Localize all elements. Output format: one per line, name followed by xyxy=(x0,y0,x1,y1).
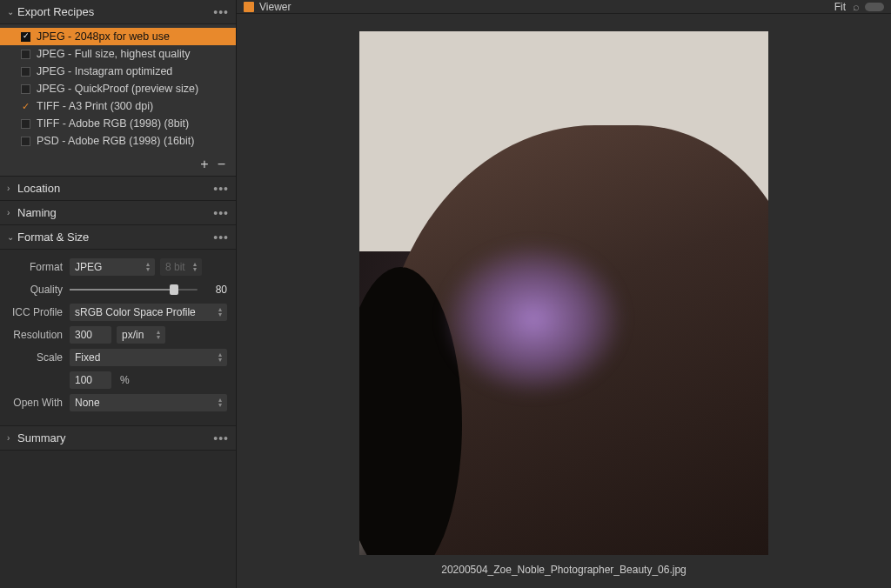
zoom-slider[interactable] xyxy=(865,3,884,11)
format-label: Format xyxy=(9,261,70,273)
loupe-icon[interactable]: ⌕ xyxy=(853,0,860,13)
checkbox-icon[interactable] xyxy=(21,84,30,94)
recipe-item[interactable]: PSD - Adobe RGB (1998) (16bit) xyxy=(0,132,236,150)
recipes-list: ✓ JPEG - 2048px for web use JPEG - Full … xyxy=(0,24,236,153)
sidebar: ⌄ Export Recipes ••• ✓ JPEG - 2048px for… xyxy=(0,0,237,588)
checkbox-icon[interactable] xyxy=(21,137,30,146)
pct-unit: % xyxy=(120,374,130,386)
quality-slider[interactable] xyxy=(70,289,198,291)
resolution-unit-select[interactable]: px/in ▴▾ xyxy=(117,326,165,344)
updown-icon: ▴▾ xyxy=(218,352,222,363)
image-filename: 20200504_Zoe_Noble_Photographer_Beauty_0… xyxy=(441,564,687,576)
chevron-down-icon: ⌄ xyxy=(7,232,17,242)
viewer-area: Viewer Fit ⌕ 20200504_Zoe_Noble_Photogra… xyxy=(237,0,891,588)
chevron-right-icon: › xyxy=(7,433,17,443)
panel-title: Naming xyxy=(17,206,213,219)
recipe-label: JPEG - QuickProof (preview size) xyxy=(37,83,198,95)
more-icon[interactable]: ••• xyxy=(213,5,229,19)
updown-icon: ▴▾ xyxy=(218,307,222,317)
viewer-icon xyxy=(244,2,254,12)
format-select[interactable]: JPEG ▴▾ xyxy=(70,258,155,276)
recipes-footer: + − xyxy=(0,153,236,177)
chevron-right-icon: › xyxy=(7,184,17,193)
recipe-label: JPEG - Full size, highest quality xyxy=(37,48,190,60)
recipe-label: PSD - Adobe RGB (1998) (16bit) xyxy=(37,135,194,147)
recipe-item[interactable]: JPEG - Full size, highest quality xyxy=(0,45,236,63)
updown-icon: ▴▾ xyxy=(157,330,160,340)
updown-icon: ▴▾ xyxy=(193,262,197,272)
viewer-header: Viewer Fit ⌕ xyxy=(237,0,891,14)
fit-button[interactable]: Fit xyxy=(834,1,846,13)
updown-icon: ▴▾ xyxy=(146,262,150,272)
checkbox-icon[interactable] xyxy=(21,50,30,59)
chevron-down-icon: ⌄ xyxy=(7,7,17,17)
viewer-title: Viewer xyxy=(259,1,834,13)
quality-label: Quality xyxy=(9,284,70,296)
checkbox-icon[interactable] xyxy=(21,67,30,77)
recipe-item[interactable]: ✓ TIFF - A3 Print (300 dpi) xyxy=(0,97,236,115)
panel-header-export-recipes[interactable]: ⌄ Export Recipes ••• xyxy=(0,0,236,24)
panel-header-format-size[interactable]: ⌄ Format & Size ••• xyxy=(0,225,236,250)
quality-value[interactable]: 80 xyxy=(203,284,227,296)
openwith-select[interactable]: None ▴▾ xyxy=(70,394,227,411)
recipe-label: TIFF - A3 Print (300 dpi) xyxy=(37,100,153,112)
recipe-label: TIFF - Adobe RGB (1998) (8bit) xyxy=(37,117,189,130)
panel-header-location[interactable]: › Location ••• xyxy=(0,177,236,201)
recipe-item[interactable]: JPEG - QuickProof (preview size) xyxy=(0,80,236,97)
more-icon[interactable]: ••• xyxy=(213,431,229,445)
check-icon: ✓ xyxy=(23,32,30,40)
checkbox-icon[interactable] xyxy=(21,119,30,129)
add-recipe-button[interactable]: + xyxy=(200,158,208,170)
panel-title: Summary xyxy=(17,431,213,444)
panel-title: Export Recipes xyxy=(17,5,213,18)
slider-thumb[interactable] xyxy=(170,284,178,295)
panel-title: Format & Size xyxy=(17,231,213,244)
resolution-input[interactable] xyxy=(70,326,111,344)
scale-select[interactable]: Fixed ▴▾ xyxy=(70,349,227,366)
remove-recipe-button[interactable]: − xyxy=(218,158,225,170)
recipe-item[interactable]: ✓ JPEG - 2048px for web use xyxy=(0,28,236,45)
panel-title: Location xyxy=(17,182,213,195)
recipe-label: JPEG - Instagram optimized xyxy=(37,65,172,77)
icc-select[interactable]: sRGB Color Space Profile ▴▾ xyxy=(70,304,227,321)
chevron-right-icon: › xyxy=(7,208,17,217)
format-size-form: Format JPEG ▴▾ 8 bit ▴▾ Quality 80 xyxy=(0,250,236,426)
recipe-label: JPEG - 2048px for web use xyxy=(37,30,170,43)
more-icon[interactable]: ••• xyxy=(213,231,229,244)
panel-header-summary[interactable]: › Summary ••• xyxy=(0,426,236,451)
bitdepth-select[interactable]: 8 bit ▴▾ xyxy=(160,258,202,276)
icc-label: ICC Profile xyxy=(9,306,70,318)
scale-label: Scale xyxy=(9,351,70,364)
viewer-body: 20200504_Zoe_Noble_Photographer_Beauty_0… xyxy=(237,14,891,588)
image-preview[interactable] xyxy=(359,31,768,555)
recipe-item[interactable]: TIFF - Adobe RGB (1998) (8bit) xyxy=(0,115,236,132)
openwith-label: Open With xyxy=(9,397,70,409)
scale-pct-input[interactable] xyxy=(70,371,111,389)
recipe-item[interactable]: JPEG - Instagram optimized xyxy=(0,63,236,80)
updown-icon: ▴▾ xyxy=(218,398,222,408)
resolution-label: Resolution xyxy=(9,329,70,341)
more-icon[interactable]: ••• xyxy=(213,182,229,196)
check-icon[interactable]: ✓ xyxy=(22,101,30,112)
more-icon[interactable]: ••• xyxy=(213,206,229,220)
panel-header-naming[interactable]: › Naming ••• xyxy=(0,201,236,225)
